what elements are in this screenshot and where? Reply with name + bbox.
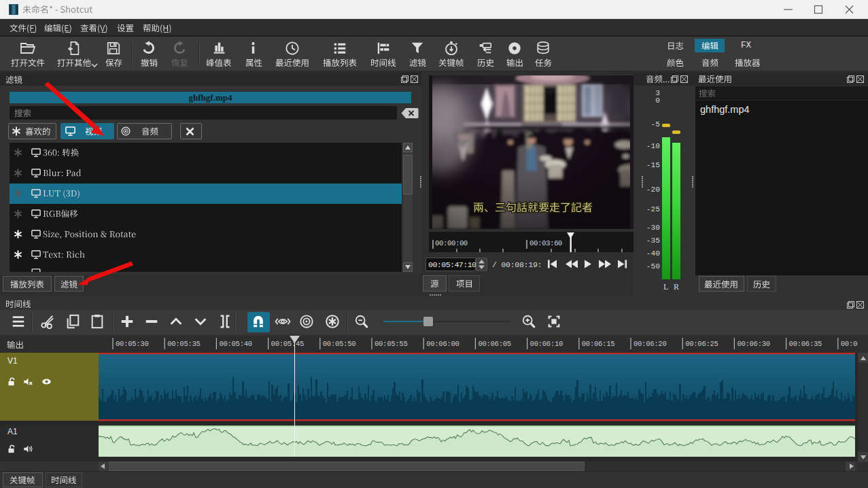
svg-text:00:05:40: 00:05:40 (219, 340, 251, 348)
svg-text:00:06:25: 00:06:25 (685, 340, 718, 348)
svg-text:00:06:05: 00:06:05 (478, 340, 510, 348)
svg-text:00:05:50: 00:05:50 (323, 340, 355, 348)
svg-text:00:05:55: 00:05:55 (375, 340, 407, 348)
svg-text:00:06:40: 00:06:40 (841, 340, 858, 348)
svg-text:00:06:20: 00:06:20 (633, 340, 666, 348)
svg-text:00:06:35: 00:06:35 (789, 340, 822, 348)
svg-text:00:05:35: 00:05:35 (167, 340, 200, 348)
svg-text:00:06:15: 00:06:15 (582, 340, 614, 348)
svg-text:00:06:10: 00:06:10 (530, 340, 563, 348)
svg-text:00:06:00: 00:06:00 (426, 340, 459, 348)
svg-text:00:05:30: 00:05:30 (116, 340, 148, 348)
svg-text:00:06:30: 00:06:30 (737, 340, 769, 348)
